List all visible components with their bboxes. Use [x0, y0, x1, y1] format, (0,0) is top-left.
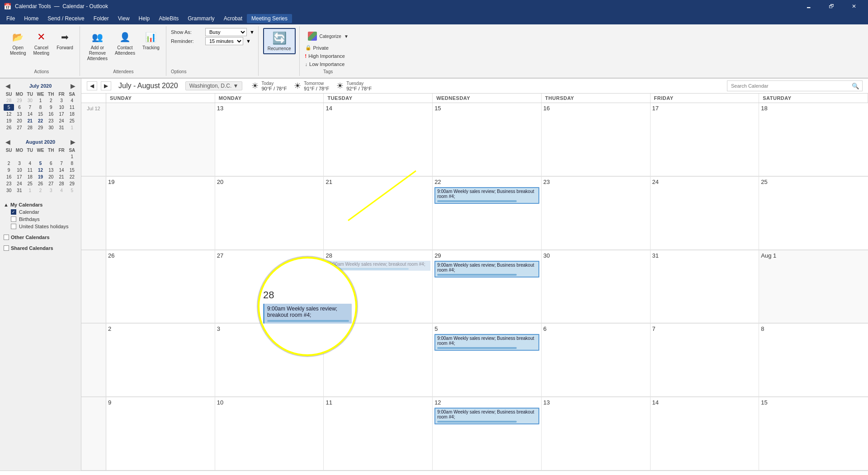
menu-acrobat[interactable]: Acrobat — [219, 14, 247, 23]
cal-day[interactable]: 4 — [67, 97, 77, 104]
cal-day[interactable]: 4 — [25, 160, 35, 167]
close-button[interactable]: ✕ — [844, 0, 864, 13]
menu-meeting-series[interactable]: Meeting Series — [247, 14, 292, 23]
open-meeting-button[interactable]: 📂 OpenMeeting — [7, 28, 29, 58]
cal-day[interactable]: 27 — [46, 180, 56, 187]
cal-day[interactable]: 13 — [14, 111, 24, 118]
categorize-button[interactable]: Categorize ▼ — [304, 30, 352, 42]
cal-day[interactable]: 22 — [67, 174, 77, 180]
cal-day[interactable]: 8 — [67, 160, 77, 167]
menu-view[interactable]: View — [113, 14, 134, 23]
cal-day[interactable] — [56, 153, 66, 160]
cal-day[interactable]: 2 — [4, 160, 14, 167]
cal-day[interactable]: 7 — [25, 104, 35, 111]
cal-day[interactable]: 2 — [46, 97, 56, 104]
cal-day[interactable]: 23 — [4, 180, 14, 187]
other-calendars-checkbox[interactable] — [4, 235, 9, 240]
menu-folder[interactable]: Folder — [89, 14, 113, 23]
july-prev-button[interactable]: ◀ — [4, 82, 12, 89]
cal-day[interactable]: 19 — [4, 118, 14, 124]
cal-day[interactable]: 6 — [46, 160, 56, 167]
private-item[interactable]: 🔒 Private — [304, 44, 352, 51]
cal-event-jul28-bg[interactable]: 9:00am Weekly sales review; breakout roo… — [326, 261, 430, 271]
cal-day[interactable] — [14, 153, 24, 160]
menu-ablebits[interactable]: AbleBits — [154, 14, 183, 23]
cal-day[interactable]: 9 — [4, 167, 14, 174]
cal-day[interactable]: 30 — [25, 97, 35, 104]
zoom-event[interactable]: 9:00am Weekly sales review; breakout roo… — [263, 304, 352, 324]
cal-day[interactable]: 7 — [56, 160, 66, 167]
menu-help[interactable]: Help — [134, 14, 155, 23]
cal-day[interactable] — [35, 153, 46, 160]
search-input[interactable] — [727, 82, 849, 89]
menu-grammarly[interactable]: Grammarly — [183, 14, 219, 23]
cal-day[interactable]: 30 — [4, 187, 14, 194]
cal-day[interactable] — [4, 153, 14, 160]
cal-day[interactable]: 25 — [25, 180, 35, 187]
cal-event-aug5[interactable]: 9:00am Weekly sales review; Business bre… — [434, 334, 539, 351]
cal-day[interactable]: 15 — [67, 167, 77, 174]
cal-day[interactable]: 1 — [25, 187, 35, 194]
location-button[interactable]: Washington, D.C. ▼ — [185, 81, 243, 90]
my-calendars-header[interactable]: ▲ My Calendars — [4, 201, 77, 208]
cal-day[interactable]: 17 — [56, 111, 66, 118]
aug-next-button[interactable]: ▶ — [69, 138, 77, 146]
menu-home[interactable]: Home — [19, 14, 43, 23]
search-button[interactable]: 🔍 — [849, 82, 862, 90]
july-next-button[interactable]: ▶ — [69, 82, 77, 89]
cal-day[interactable]: 14 — [25, 111, 35, 118]
contact-attendees-button[interactable]: 👤 ContactAttendees — [112, 28, 138, 58]
cal-day[interactable]: 13 — [46, 167, 56, 174]
cal-day[interactable]: 21 — [56, 174, 66, 180]
cal-day[interactable]: 8 — [35, 104, 46, 111]
other-calendars-header[interactable]: Other Calendars — [4, 234, 77, 241]
cal-day[interactable]: 3 — [14, 160, 24, 167]
cal-day[interactable] — [46, 153, 56, 160]
forward-button[interactable]: ➡ Forward — [54, 28, 76, 52]
calendar-checkbox[interactable] — [11, 209, 16, 215]
cal-day[interactable]: 28 — [56, 180, 66, 187]
calendar-item-us-holidays[interactable]: United States holidays — [4, 223, 77, 230]
menu-send-receive[interactable]: Send / Receive — [43, 14, 89, 23]
cal-day[interactable] — [25, 153, 35, 160]
cal-prev-button[interactable]: ◀ — [87, 81, 97, 90]
cal-event-aug12[interactable]: 9:00am Weekly sales review; Business bre… — [434, 408, 539, 424]
show-as-select[interactable]: Busy Free Tentative Out of Office — [205, 28, 247, 36]
cal-day[interactable]: 23 — [46, 118, 56, 124]
tracking-button[interactable]: 📊 Tracking — [140, 28, 162, 52]
cal-day[interactable]: 5 — [35, 160, 46, 167]
cal-day[interactable]: 20 — [14, 118, 24, 124]
cal-day[interactable]: 1 — [35, 97, 46, 104]
recurrence-button[interactable]: 🔄 Recurrence — [263, 28, 296, 54]
nav-more-button[interactable]: ··· — [122, 474, 135, 475]
cal-day[interactable]: 21 — [25, 118, 35, 124]
cal-day[interactable]: 24 — [14, 180, 24, 187]
cal-day[interactable]: 16 — [4, 174, 14, 180]
cal-day[interactable]: 19 — [35, 174, 46, 180]
cal-day[interactable]: 28 — [25, 124, 35, 131]
cal-day[interactable]: 15 — [35, 111, 46, 118]
cancel-meeting-button[interactable]: ✕ CancelMeeting — [31, 28, 52, 58]
cal-next-button[interactable]: ▶ — [101, 81, 111, 90]
birthdays-checkbox[interactable] — [11, 216, 16, 222]
us-holidays-checkbox[interactable] — [11, 224, 16, 229]
cal-day[interactable]: 30 — [46, 124, 56, 131]
cal-day[interactable]: 26 — [35, 180, 46, 187]
shared-calendars-checkbox[interactable] — [4, 245, 9, 251]
minimize-button[interactable]: 🗕 — [798, 0, 819, 13]
cal-day[interactable]: 1 — [67, 124, 77, 131]
cal-day[interactable]: 11 — [25, 167, 35, 174]
maximize-button[interactable]: 🗗 — [821, 0, 842, 13]
cal-day[interactable]: 16 — [46, 111, 56, 118]
cal-day[interactable]: 24 — [56, 118, 66, 124]
cal-day[interactable]: 31 — [14, 187, 24, 194]
cal-day[interactable]: 22 — [35, 118, 46, 124]
high-importance-item[interactable]: ! High Importance — [304, 53, 352, 59]
cal-day[interactable]: 12 — [35, 167, 46, 174]
cal-day[interactable]: 4 — [56, 187, 66, 194]
cal-day[interactable]: 29 — [67, 180, 77, 187]
cal-day[interactable]: 29 — [14, 97, 24, 104]
cal-day[interactable]: 10 — [14, 167, 24, 174]
cal-event-jul22[interactable]: 9:00am Weekly sales review; Business bre… — [434, 187, 539, 204]
cal-day-today[interactable]: 5 — [4, 104, 14, 111]
